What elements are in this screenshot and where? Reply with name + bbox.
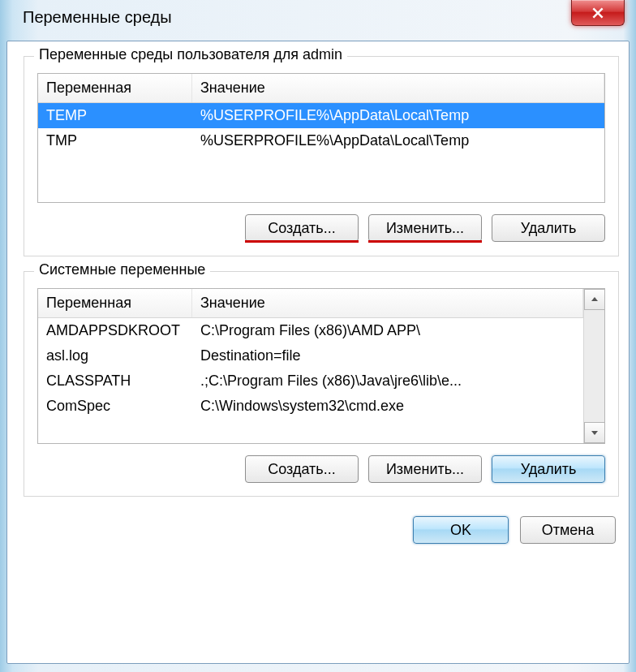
user-vars-group: Переменные среды пользователя для admin …	[24, 56, 619, 256]
var-name: CLASSPATH	[38, 373, 192, 390]
var-name: ComSpec	[38, 398, 192, 415]
create-user-var-button[interactable]: Создать...	[245, 214, 359, 242]
delete-sys-var-button[interactable]: Удалить	[492, 455, 605, 483]
annotation-underline	[245, 240, 359, 243]
chevron-up-icon	[591, 295, 599, 304]
var-value: C:\Windows\system32\cmd.exe	[192, 398, 583, 415]
dialog-body: Переменные среды пользователя для admin …	[6, 41, 630, 664]
var-value: Destination=file	[192, 347, 583, 364]
var-name: AMDAPPSDKROOT	[38, 322, 192, 339]
table-row[interactable]: asl.log Destination=file	[38, 343, 583, 368]
dialog-footer: OK Отмена	[24, 516, 619, 544]
close-button[interactable]	[571, 0, 625, 26]
table-row[interactable]: AMDAPPSDKROOT C:\Program Files (x86)\AMD…	[38, 318, 583, 343]
scroll-down-button[interactable]	[584, 422, 605, 443]
var-name: TEMP	[38, 107, 192, 124]
sys-vars-group: Системные переменные Переменная Значение…	[24, 271, 619, 497]
ok-button[interactable]: OK	[413, 516, 509, 544]
col-name-header[interactable]: Переменная	[38, 289, 192, 317]
chevron-down-icon	[591, 429, 599, 437]
sys-vars-legend: Системные переменные	[34, 261, 210, 278]
sys-vars-body: AMDAPPSDKROOT C:\Program Files (x86)\AMD…	[38, 318, 583, 443]
scrollbar[interactable]	[583, 289, 604, 443]
edit-user-var-button[interactable]: Изменить...	[368, 214, 482, 242]
var-name: TMP	[38, 132, 192, 149]
env-vars-window: Переменные среды Переменные среды пользо…	[0, 0, 636, 672]
edit-sys-var-button[interactable]: Изменить...	[368, 455, 482, 483]
table-row[interactable]: TMP %USERPROFILE%\AppData\Local\Temp	[38, 128, 604, 153]
user-vars-buttons: Создать... Изменить... Удалить	[37, 214, 605, 243]
col-value-header[interactable]: Значение	[192, 289, 583, 317]
table-row[interactable]: CLASSPATH .;C:\Program Files (x86)\Java\…	[38, 368, 583, 394]
close-icon	[591, 6, 605, 20]
table-row[interactable]: ComSpec C:\Windows\system32\cmd.exe	[38, 394, 583, 419]
col-name-header[interactable]: Переменная	[38, 74, 192, 102]
sys-vars-buttons: Создать... Изменить... Удалить	[37, 455, 605, 483]
titlebar: Переменные среды	[0, 0, 636, 34]
user-vars-list[interactable]: Переменная Значение TEMP %USERPROFILE%\A…	[37, 73, 605, 203]
user-vars-legend: Переменные среды пользователя для admin	[34, 46, 347, 63]
scroll-track[interactable]	[584, 310, 604, 422]
var-value: .;C:\Program Files (x86)\Java\jre6\lib\e…	[192, 373, 583, 390]
sys-vars-list[interactable]: Переменная Значение AMDAPPSDKROOT C:\Pro…	[37, 288, 605, 444]
var-value: C:\Program Files (x86)\AMD APP\	[192, 322, 583, 339]
col-value-header[interactable]: Значение	[192, 74, 604, 102]
scroll-up-button[interactable]	[584, 289, 605, 310]
var-value: %USERPROFILE%\AppData\Local\Temp	[192, 107, 604, 124]
delete-user-var-button[interactable]: Удалить	[492, 214, 605, 242]
table-row[interactable]: TEMP %USERPROFILE%\AppData\Local\Temp	[38, 103, 604, 128]
user-vars-header: Переменная Значение	[38, 74, 604, 103]
var-name: asl.log	[38, 347, 192, 364]
sys-vars-header: Переменная Значение	[38, 289, 583, 318]
var-value: %USERPROFILE%\AppData\Local\Temp	[192, 132, 604, 149]
create-sys-var-button[interactable]: Создать...	[245, 455, 359, 483]
user-vars-body: TEMP %USERPROFILE%\AppData\Local\Temp TM…	[38, 103, 604, 202]
annotation-underline	[368, 240, 482, 243]
window-title: Переменные среды	[0, 0, 172, 27]
cancel-button[interactable]: Отмена	[520, 516, 616, 544]
